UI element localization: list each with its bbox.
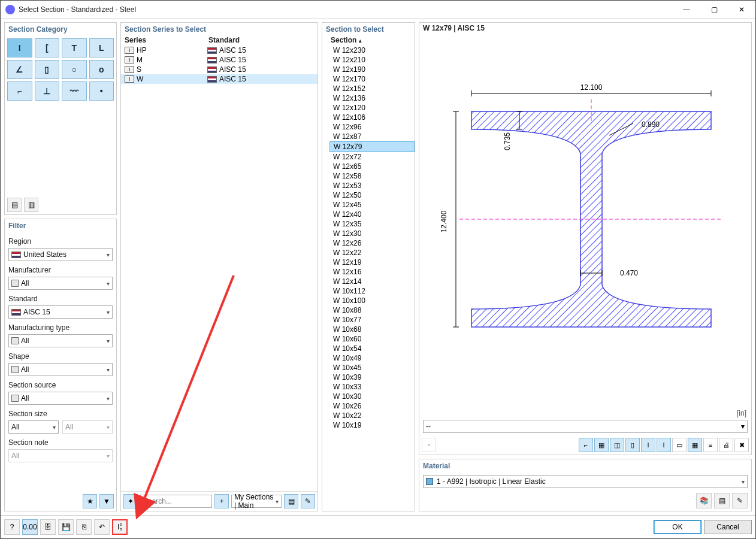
section-item[interactable]: W 12x230 [329, 46, 415, 55]
db-button[interactable]: 🗄 [40, 519, 56, 535]
preview-tool-left[interactable]: ▫ [422, 438, 436, 452]
section-item[interactable]: W 10x39 [329, 373, 415, 382]
shape-select[interactable]: All ▾ [8, 363, 113, 376]
category-bar-shape[interactable]: o [89, 60, 114, 79]
source-select[interactable]: All ▾ [8, 392, 113, 405]
values-button[interactable]: 0.00 [22, 519, 38, 535]
section-item[interactable]: W 12x50 [329, 190, 415, 200]
cancel-button[interactable]: Cancel [704, 520, 752, 534]
add-section-button[interactable]: + [214, 494, 229, 508]
category-rect-shape[interactable]: ▯ [35, 60, 60, 79]
section-item[interactable]: W 12x26 [329, 238, 415, 248]
copy-button[interactable]: ⎘ [76, 519, 92, 535]
section-item[interactable]: W 12x96 [329, 122, 415, 132]
series-row[interactable]: IMAISC 15 [121, 55, 317, 65]
standard-select[interactable]: AISC 15 ▾ [8, 305, 113, 319]
maximize-button[interactable]: ▢ [700, 1, 728, 19]
section-item[interactable]: W 10x77 [329, 315, 415, 325]
note-select[interactable]: All ▾ [8, 449, 113, 462]
section-item[interactable]: W 10x60 [329, 334, 415, 344]
section-item[interactable]: W 12x120 [329, 103, 415, 113]
stress-select[interactable]: -- ▾ [423, 420, 748, 433]
series-tool1-button[interactable]: ✦ [123, 494, 138, 508]
section-item[interactable]: W 10x88 [329, 305, 415, 315]
section-item[interactable]: W 12x136 [329, 93, 415, 103]
preview-tool2[interactable]: ▦ [594, 438, 609, 452]
section-item[interactable]: W 10x26 [329, 401, 415, 411]
section-item[interactable]: W 10x19 [329, 420, 415, 430]
preview-tool5[interactable]: I [641, 438, 655, 452]
preview-tool6[interactable]: I [657, 438, 671, 452]
category-c-shape[interactable]: [ [35, 38, 60, 57]
section-item[interactable]: W 10x45 [329, 363, 415, 373]
material-edit-button[interactable]: ✎ [732, 493, 748, 508]
section-item[interactable]: W 12x72 [329, 152, 415, 162]
category-misc-shape[interactable]: • [89, 81, 114, 101]
section-list[interactable]: W 12x230W 12x210W 12x190W 12x170W 12x152… [322, 46, 415, 511]
section-item[interactable]: W 10x22 [329, 411, 415, 420]
section-item[interactable]: W 12x35 [329, 219, 415, 229]
material-new-button[interactable]: ▤ [714, 493, 730, 508]
section-item[interactable]: W 12x210 [329, 55, 415, 65]
category-view1-button[interactable]: ▤ [7, 198, 22, 212]
help-button[interactable]: ? [4, 519, 20, 535]
manufacturer-select[interactable]: All ▾ [8, 277, 113, 290]
preview-print[interactable]: 🖨 [719, 438, 733, 452]
mtype-select[interactable]: All ▾ [8, 334, 113, 347]
section-item[interactable]: W 12x65 [329, 162, 415, 171]
section-item[interactable]: W 10x100 [329, 296, 415, 305]
category-i-shape[interactable]: I [7, 38, 32, 57]
section-item[interactable]: W 12x190 [329, 65, 415, 74]
section-item[interactable]: W 12x58 [329, 171, 415, 181]
category-corr-shape[interactable]: 〰 [62, 81, 87, 101]
close-button[interactable]: ✕ [728, 1, 755, 19]
section-item[interactable]: W 10x68 [329, 325, 415, 334]
section-item[interactable]: W 12x79 [329, 141, 415, 152]
section-item[interactable]: W 12x87 [329, 132, 415, 141]
mysections-select[interactable]: My Sections | Main ▾ [231, 495, 282, 508]
series-row[interactable]: IHPAISC 15 [121, 46, 317, 55]
category-z-shape[interactable]: ⌐ [7, 81, 32, 101]
series-tool3-button[interactable]: ▤ [284, 494, 298, 508]
section-item[interactable]: W 12x14 [329, 277, 415, 286]
section-item[interactable]: W 10x33 [329, 382, 415, 392]
minimize-button[interactable]: — [673, 1, 700, 19]
section-item[interactable]: W 12x152 [329, 84, 415, 93]
preview-tool1[interactable]: ⌐ [579, 438, 593, 452]
category-l-shape[interactable]: L [89, 38, 114, 57]
category-pipe-shape[interactable]: ○ [62, 60, 87, 79]
material-select[interactable]: 1 - A992 | Isotropic | Linear Elastic ▾ [423, 475, 748, 488]
section-item[interactable]: W 10x54 [329, 344, 415, 353]
section-item[interactable]: W 12x106 [329, 113, 415, 122]
preview-tool3[interactable]: ◫ [610, 438, 624, 452]
region-select[interactable]: United States ▾ [8, 248, 113, 261]
filter-toggle-button[interactable]: ▼ [99, 494, 114, 508]
category-hat-shape[interactable]: ⊥ [35, 81, 60, 101]
size1-select[interactable]: All ▾ [8, 420, 59, 434]
series-list[interactable]: IHPAISC 15IMAISC 15ISAISC 15IWAISC 15 [121, 46, 317, 491]
size2-select[interactable]: All ▾ [62, 420, 113, 434]
category-view2-button[interactable]: ▥ [24, 198, 38, 212]
preview-tool4[interactable]: ▯ [625, 438, 640, 452]
section-item[interactable]: W 10x49 [329, 353, 415, 363]
section-item[interactable]: W 12x45 [329, 200, 415, 210]
preview-tool8[interactable]: ▦ [688, 438, 702, 452]
series-row[interactable]: IWAISC 15 [121, 74, 317, 84]
category-angle-shape[interactable]: ∠ [7, 60, 32, 79]
section-item[interactable]: W 10x112 [329, 286, 415, 296]
save-button[interactable]: 💾 [58, 519, 74, 535]
section-item[interactable]: W 12x19 [329, 258, 415, 267]
section-item[interactable]: W 10x30 [329, 392, 415, 401]
preview-tool10[interactable]: ✖ [734, 438, 749, 452]
section-item[interactable]: W 12x40 [329, 210, 415, 219]
section-item[interactable]: W 12x53 [329, 181, 415, 190]
section-item[interactable]: W 12x30 [329, 229, 415, 238]
dimensions-button[interactable]: Ibh [112, 519, 128, 535]
section-item[interactable]: W 12x170 [329, 74, 415, 84]
category-t-shape[interactable]: T [62, 38, 87, 57]
section-item[interactable]: W 12x16 [329, 267, 415, 277]
material-lib-button[interactable]: 📚 [696, 493, 712, 508]
search-input[interactable] [140, 495, 212, 508]
preview-tool7[interactable]: ▭ [672, 438, 687, 452]
ok-button[interactable]: OK [654, 520, 701, 534]
